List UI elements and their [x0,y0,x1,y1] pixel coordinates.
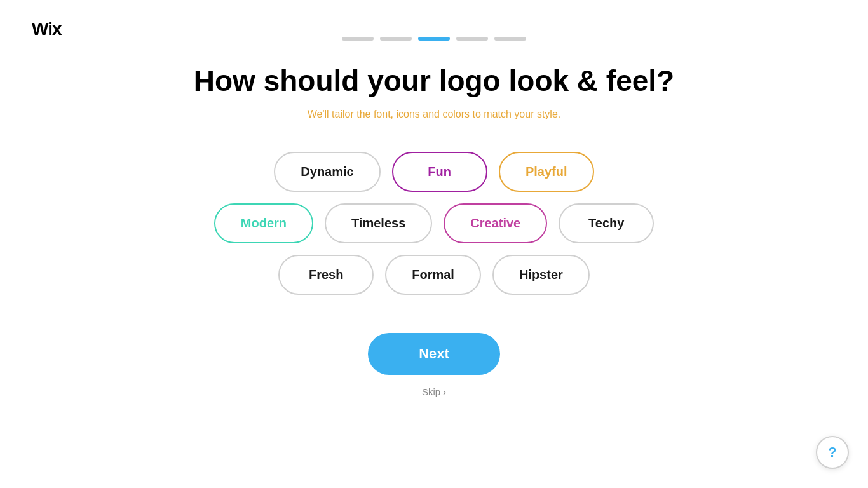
style-btn-techy[interactable]: Techy [559,203,654,243]
style-btn-formal[interactable]: Formal [385,255,481,295]
wix-logo: Wix [32,19,62,39]
page-title: How should your logo look & feel? [194,64,674,98]
style-btn-modern[interactable]: Modern [214,203,313,243]
style-row-1: Dynamic Fun Playful [274,152,593,192]
progress-step-3 [418,37,450,41]
main-content: How should your logo look & feel? We'll … [0,0,868,397]
next-button[interactable]: Next [368,333,500,375]
progress-step-5 [494,37,526,41]
style-btn-creative[interactable]: Creative [444,203,547,243]
style-btn-timeless[interactable]: Timeless [325,203,432,243]
style-row-2: Modern Timeless Creative Techy [214,203,654,243]
help-button[interactable]: ? [816,436,849,469]
style-row-3: Fresh Formal Hipster [278,255,590,295]
style-btn-dynamic[interactable]: Dynamic [274,152,380,192]
skip-arrow: › [443,386,446,397]
style-btn-hipster[interactable]: Hipster [492,255,590,295]
style-btn-playful[interactable]: Playful [499,152,594,192]
style-btn-fun[interactable]: Fun [392,152,487,192]
progress-step-2 [380,37,412,41]
style-options: Dynamic Fun Playful Modern Timeless Crea… [214,152,654,295]
progress-step-1 [342,37,374,41]
progress-step-4 [456,37,488,41]
page-subtitle: We'll tailor the font, icons and colors … [308,109,561,120]
skip-link[interactable]: Skip › [422,386,446,397]
progress-bar [342,37,526,41]
style-btn-fresh[interactable]: Fresh [278,255,374,295]
skip-label: Skip [422,386,440,397]
